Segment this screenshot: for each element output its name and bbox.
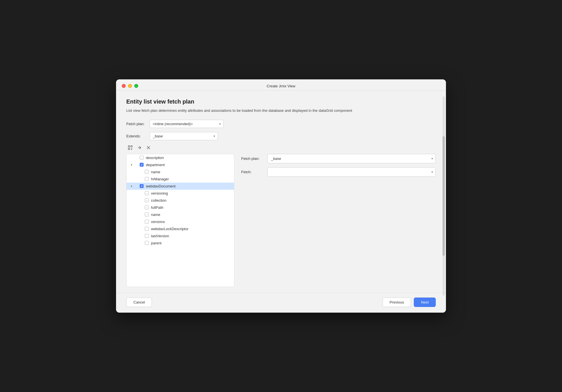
extends-select[interactable]: _base _local _minimal none — [150, 132, 218, 140]
collapse-button[interactable] — [135, 144, 143, 151]
tree-item-collection[interactable]: collection — [127, 197, 234, 204]
tree-item-versioning[interactable]: versioning — [127, 190, 234, 197]
cancel-button[interactable]: Cancel — [126, 298, 152, 307]
label-versioning: versioning — [151, 191, 168, 195]
svg-rect-1 — [131, 146, 132, 147]
main-panel: description ▾ department name — [126, 154, 436, 287]
scrollbar-thumb — [443, 136, 445, 256]
label-lastversion: lastVersion — [151, 234, 169, 238]
label-versions: versions — [151, 220, 165, 224]
fetch-plan-dropdown-wrapper: <inline (recommended)> _base _local _min… — [150, 120, 224, 128]
footer: Cancel Previous Next — [116, 293, 446, 313]
checkbox-versions[interactable] — [145, 220, 149, 224]
tree-item-parent[interactable]: parent — [127, 240, 234, 247]
label-webdavdocument: webdavDocument — [146, 184, 175, 188]
extends-label: Extends: — [126, 134, 146, 138]
page-title: Entity list view fetch plan — [126, 98, 436, 105]
label-department-hrmanager: hrManager — [151, 177, 169, 181]
checkbox-fullpath[interactable] — [145, 205, 149, 209]
label-collection: collection — [151, 198, 166, 203]
fetch-plan-form-row: Fetch plan: <inline (recommended)> _base… — [126, 120, 436, 128]
right-fetch-plan-row: Fetch plan: _base _local _minimal <inlin… — [241, 154, 436, 163]
checkbox-webdavlockdescriptor[interactable] — [145, 227, 149, 231]
right-fetch-label: Fetch: — [241, 170, 264, 174]
tree-item-department-hrmanager[interactable]: hrManager — [127, 176, 234, 183]
fetch-plan-label: Fetch plan: — [126, 122, 146, 126]
extends-form-row: Extends: _base _local _minimal none ▾ — [126, 132, 436, 140]
collapse-icon — [137, 145, 142, 150]
right-fetch-row: Fetch: JOIN BATCH UNDEFINED ▾ — [241, 167, 436, 177]
chevron-department-icon: ▾ — [129, 163, 133, 167]
checkbox-department-hrmanager[interactable] — [145, 177, 149, 181]
minimize-button[interactable] — [128, 84, 132, 88]
window-title: Create Jmix View — [267, 84, 296, 88]
title-bar: Create Jmix View — [116, 79, 446, 90]
right-fetch-dropdown-wrapper: JOIN BATCH UNDEFINED ▾ — [267, 167, 436, 177]
chevron-webdavdocument-icon: ▾ — [129, 184, 133, 188]
tree-panel: description ▾ department name — [126, 154, 234, 287]
close-button[interactable] — [122, 84, 126, 88]
tree-item-fullpath[interactable]: fullPath — [127, 204, 234, 211]
tree-item-webdav-name[interactable]: name — [127, 211, 234, 218]
checkbox-department-name[interactable] — [145, 170, 149, 174]
checkbox-description[interactable] — [140, 156, 144, 160]
next-button[interactable]: Next — [414, 298, 436, 307]
tree-item-lastversion[interactable]: lastVersion — [127, 232, 234, 240]
checkbox-parent[interactable] — [145, 241, 149, 245]
label-webdavlockdescriptor: webdavLockDescriptor — [151, 227, 189, 231]
tree-item-webdavlockdescriptor[interactable]: webdavLockDescriptor — [127, 225, 234, 232]
right-fetch-plan-dropdown-wrapper: _base _local _minimal <inline> ▾ — [267, 154, 436, 163]
close-x-icon — [146, 145, 151, 150]
window-scrollbar[interactable] — [443, 96, 445, 296]
content-area: Entity list view fetch plan List view fe… — [116, 90, 446, 293]
tree-item-department[interactable]: ▾ department — [127, 161, 234, 168]
toolbar — [126, 144, 436, 151]
label-fullpath: fullPath — [151, 205, 163, 210]
extends-dropdown-wrapper: _base _local _minimal none ▾ — [150, 132, 218, 140]
previous-button[interactable]: Previous — [383, 298, 411, 307]
label-department: department — [146, 163, 165, 167]
expand-all-button[interactable] — [126, 144, 134, 151]
traffic-lights — [122, 84, 138, 88]
close-tree-button[interactable] — [144, 144, 152, 151]
tree-item-description[interactable]: description — [127, 154, 234, 161]
checkbox-webdavdocument[interactable] — [140, 184, 144, 188]
label-webdav-name: name — [151, 212, 160, 217]
checkbox-collection[interactable] — [145, 198, 149, 202]
checkbox-department[interactable] — [140, 163, 144, 167]
fetch-plan-select[interactable]: <inline (recommended)> _base _local _min… — [150, 120, 224, 128]
checkbox-webdav-name[interactable] — [145, 212, 149, 216]
right-panel: Fetch plan: _base _local _minimal <inlin… — [241, 154, 436, 287]
tree-item-department-name[interactable]: name — [127, 168, 234, 176]
label-description: description — [146, 156, 164, 160]
svg-rect-2 — [128, 148, 130, 150]
label-department-name: name — [151, 170, 160, 174]
tree-item-versions[interactable]: versions — [127, 218, 234, 225]
navigation-buttons: Previous Next — [383, 298, 436, 307]
svg-rect-0 — [128, 146, 130, 147]
checkbox-lastversion[interactable] — [145, 234, 149, 238]
maximize-button[interactable] — [134, 84, 138, 88]
scrollbar-track — [443, 96, 445, 296]
expand-all-icon — [128, 145, 133, 150]
right-fetch-select[interactable]: JOIN BATCH UNDEFINED — [267, 167, 436, 177]
page-description: List view fetch plan determines entity a… — [126, 108, 382, 114]
tree-item-webdavdocument[interactable]: ▾ webdavDocument — [127, 183, 234, 190]
checkbox-versioning[interactable] — [145, 191, 149, 195]
right-fetch-plan-label: Fetch plan: — [241, 156, 264, 161]
right-fetch-plan-select[interactable]: _base _local _minimal <inline> — [267, 154, 436, 163]
label-parent: parent — [151, 241, 162, 245]
main-window: Create Jmix View Entity list view fetch … — [116, 79, 446, 313]
